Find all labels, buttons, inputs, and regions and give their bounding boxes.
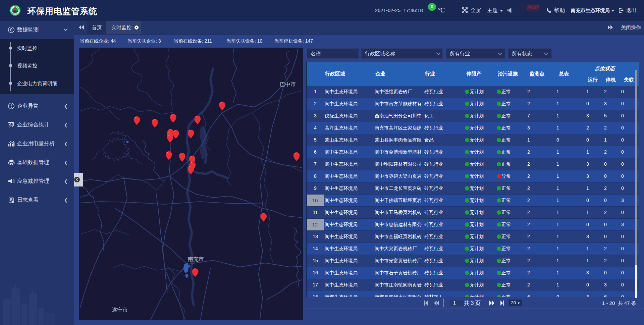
svg-text:巴中市: 巴中市 <box>280 82 296 87</box>
svg-text:遂宁市: 遂宁市 <box>112 307 128 313</box>
svg-text:南充市: 南充市 <box>188 256 204 262</box>
